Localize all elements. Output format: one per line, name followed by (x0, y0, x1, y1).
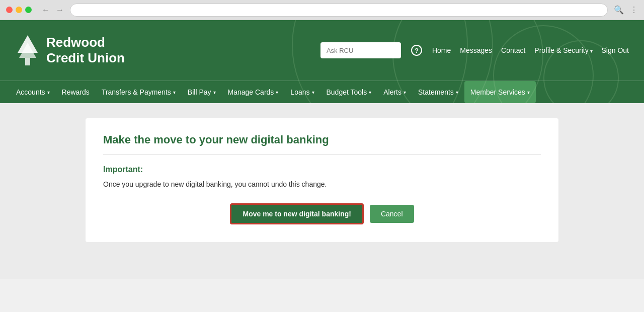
address-bar[interactable] (70, 4, 608, 17)
site-wrapper: Redwood Credit Union ? Home Messages Con… (0, 20, 644, 312)
logo-icon (15, 33, 40, 68)
nav-bill-pay[interactable]: Bill Pay ▾ (182, 81, 222, 103)
browser-chrome: ← → 🔍 ⋮ (0, 0, 644, 20)
logo-line1: Redwood (46, 35, 125, 50)
cancel-button[interactable]: Cancel (370, 205, 414, 223)
browser-menu-icon: ⋮ (630, 5, 638, 15)
action-buttons: Move me to new digital banking! Cancel (103, 203, 541, 224)
ask-rcu-input[interactable] (320, 42, 401, 58)
logo-text: Redwood Credit Union (46, 35, 125, 66)
upgrade-card: Make the move to your new digital bankin… (86, 118, 558, 242)
logo-line2: Credit Union (46, 50, 125, 66)
back-button[interactable]: ← (40, 5, 52, 16)
logo-area: Redwood Credit Union (15, 33, 125, 68)
header-nav-top: ? Home Messages Contact Profile & Securi… (320, 42, 629, 58)
nav-rewards[interactable]: Rewards (56, 81, 96, 103)
header-inner: Redwood Credit Union ? Home Messages Con… (0, 20, 644, 81)
bill-pay-chevron: ▾ (213, 90, 216, 95)
content-area: Make the move to your new digital bankin… (0, 103, 644, 279)
accounts-chevron: ▾ (47, 90, 50, 95)
maximize-button[interactable] (25, 7, 32, 13)
browser-search-icon: 🔍 (614, 5, 624, 15)
top-nav-home[interactable]: Home (432, 46, 451, 54)
move-to-digital-banking-button[interactable]: Move me to new digital banking! (230, 203, 363, 224)
transfers-chevron: ▾ (173, 90, 176, 95)
nav-transfers[interactable]: Transfers & Payments ▾ (96, 81, 182, 103)
top-nav-contact[interactable]: Contact (501, 46, 525, 54)
forward-button[interactable]: → (54, 5, 66, 16)
close-button[interactable] (6, 7, 13, 13)
site-header: Redwood Credit Union ? Home Messages Con… (0, 20, 644, 103)
important-text: Once you upgrade to new digital banking,… (103, 180, 541, 188)
minimize-button[interactable] (16, 7, 22, 13)
svg-rect-2 (25, 58, 30, 65)
top-nav-sign-out[interactable]: Sign Out (602, 46, 629, 54)
important-label: Important: (103, 165, 541, 174)
top-nav-messages[interactable]: Messages (460, 46, 492, 54)
traffic-lights (6, 7, 32, 13)
card-title: Make the move to your new digital bankin… (103, 133, 541, 155)
nav-accounts[interactable]: Accounts ▾ (10, 81, 56, 103)
top-nav-links: Home Messages Contact Profile & Security… (432, 46, 629, 54)
top-nav-profile-security[interactable]: Profile & Security (534, 46, 592, 54)
browser-nav-arrows: ← → (40, 5, 66, 16)
help-icon[interactable]: ? (411, 45, 422, 56)
